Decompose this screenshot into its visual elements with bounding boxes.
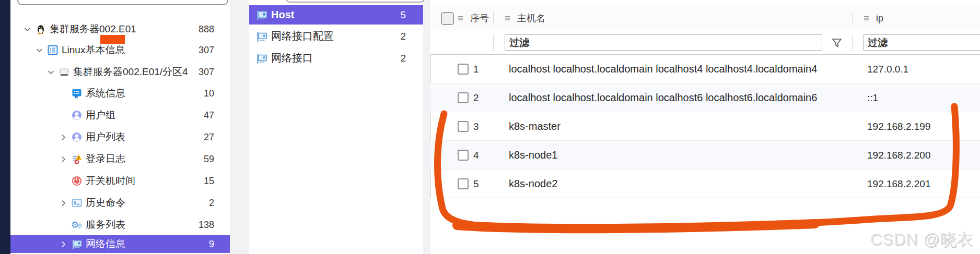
category-item-host[interactable]: Host 5 xyxy=(249,5,423,25)
system-info-icon xyxy=(71,87,86,100)
tree-item-user-list[interactable]: 用户列表 27 xyxy=(10,127,230,148)
column-divider xyxy=(852,34,853,51)
tree-item-login-log[interactable]: 登录日志 59 xyxy=(10,149,230,170)
category-count: 2 xyxy=(400,53,406,64)
tree-item-label: 系统信息 xyxy=(86,87,125,100)
category-label: 网络接口 xyxy=(271,51,313,65)
tree-item-label: 服务列表 xyxy=(86,218,125,232)
login-log-icon xyxy=(71,153,86,165)
tree-item-count: 47 xyxy=(204,110,214,121)
column-menu-icon: ≡ xyxy=(458,6,463,30)
chevron-down-icon[interactable] xyxy=(36,46,47,54)
table-header-row: ≡ 序号 ≡ 主机名 ≡ ip xyxy=(430,6,980,30)
category-count: 2 xyxy=(400,31,406,42)
category-label: Host xyxy=(271,9,294,21)
table-filter-row xyxy=(430,30,980,55)
cell-ip: 192.168.2.200 xyxy=(867,141,931,170)
tree-item-partition4[interactable]: 集群服务器002.E01/分区4 307 xyxy=(10,62,230,82)
tree-item-power-time[interactable]: 开关机时间 15 xyxy=(10,171,230,191)
chevron-right-icon[interactable] xyxy=(60,240,71,248)
user-icon xyxy=(71,131,86,143)
row-checkbox[interactable] xyxy=(458,64,469,75)
tree-item-label: 集群服务器002.E01/分区4 xyxy=(73,65,188,79)
column-divider xyxy=(493,34,494,51)
tree-item-network-info[interactable]: 网络信息 9 xyxy=(10,235,230,253)
cell-index: 3 xyxy=(473,112,479,141)
chevron-right-icon[interactable] xyxy=(60,155,71,163)
table-row[interactable]: 1 localhost localhost.localdomain localh… xyxy=(430,55,980,83)
network-icon xyxy=(71,238,86,250)
cell-index: 5 xyxy=(473,170,479,198)
tree-item-count: 10 xyxy=(204,88,214,99)
services-icon: ⚙⚙ xyxy=(71,219,86,231)
filter-funnel-icon[interactable] xyxy=(831,37,843,51)
filter-input-hostname[interactable] xyxy=(505,34,822,51)
category-search-box[interactable] xyxy=(286,0,425,3)
category-item-interfaces[interactable]: 网络接口 2 xyxy=(249,49,423,68)
tree-item-label: 用户组 xyxy=(86,108,115,122)
cell-index: 1 xyxy=(473,55,479,83)
tree-item-label: 用户列表 xyxy=(86,130,125,144)
tree-item-label: 登录日志 xyxy=(86,152,125,166)
tree-item-label: 集群服务器002.E01 xyxy=(50,22,136,36)
cell-hostname: localhost localhost.localdomain localhos… xyxy=(509,55,817,83)
cell-index: 4 xyxy=(473,141,479,170)
column-divider[interactable] xyxy=(493,12,494,25)
tree-item-history-commands[interactable]: 历史命令 2 xyxy=(10,192,230,213)
tree-item-count: 15 xyxy=(204,176,214,187)
row-checkbox[interactable] xyxy=(458,150,469,161)
tree-item-count: 138 xyxy=(199,220,214,231)
terminal-icon xyxy=(71,197,86,209)
select-all-checkbox[interactable] xyxy=(441,12,454,25)
cell-ip: ::1 xyxy=(867,83,878,112)
chevron-right-icon[interactable] xyxy=(60,199,71,207)
cell-hostname: k8s-node1 xyxy=(509,141,557,170)
left-edge-strip xyxy=(0,0,10,254)
tree-item-count: 27 xyxy=(204,132,214,143)
table-row[interactable]: 3 k8s-master 192.168.2.199 xyxy=(430,112,980,141)
tree-item-count: 9 xyxy=(209,239,214,250)
row-checkbox[interactable] xyxy=(458,121,469,132)
tree-item-count: 888 xyxy=(199,24,214,35)
app-root: 集群服务器002.E01 888 Linux基本信息 307 集群服务器002.… xyxy=(0,0,980,254)
tree-item-label: 开关机时间 xyxy=(86,174,135,188)
tree-item-service-list[interactable]: ⚙⚙ 服务列表 138 xyxy=(10,214,230,235)
server-icon xyxy=(59,66,73,78)
cell-hostname: k8s-master xyxy=(509,112,561,141)
chevron-down-icon[interactable] xyxy=(24,25,35,33)
network-card-icon xyxy=(255,52,271,65)
table-row[interactable]: 4 k8s-node1 192.168.2.200 xyxy=(430,141,980,170)
cell-index: 2 xyxy=(473,83,479,112)
tree-item-label: Linux基本信息 xyxy=(62,43,125,57)
network-card-icon xyxy=(255,30,271,43)
cell-hostname: localhost localhost.localdomain localhos… xyxy=(509,83,817,112)
tree-item-count: 59 xyxy=(204,154,214,165)
cell-hostname: k8s-node2 xyxy=(509,170,557,198)
column-divider[interactable] xyxy=(852,12,853,25)
host-table-panel: ≡ 序号 ≡ 主机名 ≡ ip 1 localhost localhost.lo… xyxy=(430,0,980,254)
category-count: 5 xyxy=(400,9,406,21)
row-checkbox[interactable] xyxy=(458,178,469,189)
row-checkbox[interactable] xyxy=(458,92,469,103)
watermark: CSDN @晓衣 xyxy=(870,229,974,251)
column-menu-icon: ≡ xyxy=(864,6,869,30)
tree-item-label: 网络信息 xyxy=(86,237,125,251)
tree-item-user-groups[interactable]: 用户组 47 xyxy=(10,105,230,126)
tree-search-box[interactable] xyxy=(17,0,228,5)
table-row[interactable]: 5 k8s-node2 192.168.2.201 xyxy=(430,170,980,198)
column-header-ip[interactable]: ip xyxy=(876,6,883,30)
user-icon xyxy=(71,109,86,122)
category-item-interface-config[interactable]: 网络接口配置 2 xyxy=(249,27,423,46)
tree-item-count: 307 xyxy=(199,67,214,78)
category-panel: Host 5 网络接口配置 2 网络接口 2 xyxy=(249,0,423,254)
table-row[interactable]: 2 localhost localhost.localdomain localh… xyxy=(430,83,980,112)
tree-item-system-info[interactable]: 系统信息 10 xyxy=(10,83,230,104)
cell-ip: 192.168.2.201 xyxy=(867,170,931,198)
column-header-hostname[interactable]: 主机名 xyxy=(517,6,545,30)
tree-item-count: 2 xyxy=(209,198,214,209)
column-header-index[interactable]: 序号 xyxy=(470,6,489,30)
chevron-right-icon[interactable] xyxy=(60,133,71,141)
filter-input-ip[interactable] xyxy=(863,34,980,51)
column-menu-icon: ≡ xyxy=(505,6,510,30)
chevron-down-icon[interactable] xyxy=(47,68,59,76)
